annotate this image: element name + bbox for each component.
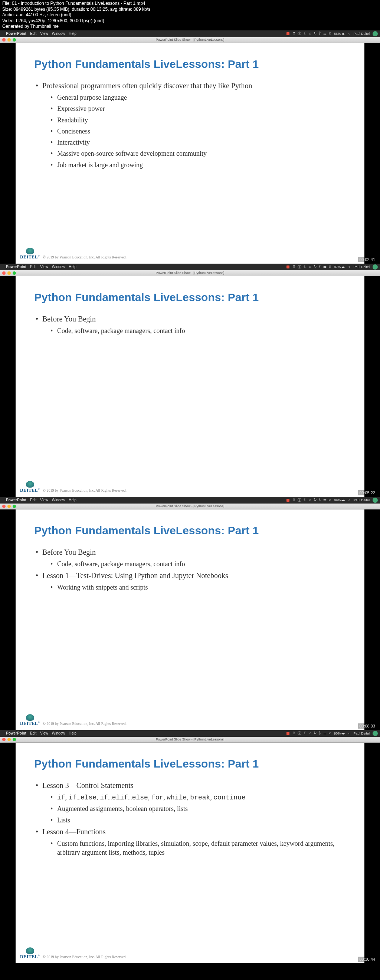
- minimize-window-button[interactable]: [7, 738, 11, 741]
- battery-status[interactable]: 90% ◂▸: [334, 732, 345, 735]
- menu-item-help[interactable]: Help: [69, 498, 77, 502]
- sub-bullet-item: General purpose language: [42, 93, 346, 102]
- menu-item-view[interactable]: View: [40, 32, 48, 36]
- slide-title: Python Fundamentals LiveLessons: Part 1: [34, 291, 346, 304]
- close-window-button[interactable]: [2, 738, 6, 741]
- close-window-button[interactable]: [2, 38, 6, 41]
- display-icon[interactable]: ⎚: [329, 31, 331, 37]
- slide-footer: DEITEL® © 2019 by Pearson Education, Inc…: [20, 714, 126, 726]
- bluetooth-icon[interactable]: ᛒ: [319, 498, 321, 503]
- user-avatar-icon[interactable]: [373, 31, 378, 37]
- search-icon[interactable]: ⌕: [309, 731, 311, 736]
- file-info-size: Size: 89499261 bytes (85.35 MiB), durati…: [2, 7, 378, 13]
- spotlight-icon[interactable]: ○: [348, 731, 350, 735]
- user-avatar-icon[interactable]: [373, 498, 378, 503]
- dropbox-icon[interactable]: ⇪: [292, 31, 295, 37]
- close-window-button[interactable]: [2, 504, 6, 508]
- deitel-bug-icon: [26, 481, 34, 488]
- moon-icon[interactable]: ☾: [303, 31, 307, 37]
- deitel-logo: DEITEL®: [20, 481, 40, 493]
- app-name[interactable]: PowerPoint: [6, 32, 26, 36]
- moon-icon[interactable]: ☾: [303, 264, 307, 270]
- menu-item-view[interactable]: View: [40, 265, 48, 269]
- file-info-audio: Audio: aac, 44100 Hz, stereo (und): [2, 12, 378, 18]
- refresh-icon[interactable]: ↻: [314, 264, 316, 270]
- spotlight-icon[interactable]: ○: [348, 32, 350, 36]
- wifi-icon[interactable]: ⚎: [323, 31, 327, 37]
- menu-item-edit[interactable]: Edit: [30, 498, 37, 502]
- menu-item-window[interactable]: Window: [52, 731, 65, 735]
- dropbox-icon[interactable]: ⇪: [292, 264, 295, 270]
- slide-area: Python Fundamentals LiveLessons: Part 1 …: [0, 743, 380, 963]
- file-info-block: File: 01 - Introduction to Python Fundam…: [0, 0, 380, 30]
- refresh-icon[interactable]: ↻: [314, 498, 316, 503]
- display-icon[interactable]: ⎚: [329, 498, 331, 503]
- minimize-window-button[interactable]: [7, 38, 11, 41]
- sub-bullet-item: Conciseness: [42, 127, 346, 136]
- fullscreen-window-button[interactable]: [13, 738, 16, 741]
- moon-icon[interactable]: ☾: [303, 731, 307, 736]
- copyright-text: © 2019 by Pearson Education, Inc. All Ri…: [43, 488, 126, 492]
- fullscreen-window-button[interactable]: [13, 38, 16, 41]
- refresh-icon[interactable]: ↻: [314, 31, 316, 37]
- wifi-icon[interactable]: ⚎: [323, 264, 327, 270]
- fullscreen-window-button[interactable]: [13, 504, 16, 508]
- menu-item-view[interactable]: View: [40, 731, 48, 735]
- user-avatar-icon[interactable]: [373, 264, 378, 270]
- menu-item-edit[interactable]: Edit: [30, 265, 37, 269]
- info-icon[interactable]: ⓘ: [298, 264, 301, 270]
- menu-item-view[interactable]: View: [40, 498, 48, 502]
- display-icon[interactable]: ⎚: [329, 731, 331, 736]
- search-icon[interactable]: ⌕: [309, 264, 311, 270]
- bluetooth-icon[interactable]: ᛒ: [319, 31, 321, 37]
- menu-item-window[interactable]: Window: [52, 498, 65, 502]
- close-window-button[interactable]: [2, 271, 6, 275]
- app-name[interactable]: PowerPoint: [6, 498, 26, 502]
- search-icon[interactable]: ⌕: [309, 31, 311, 37]
- record-indicator-icon: [286, 499, 289, 502]
- copyright-text: © 2019 by Pearson Education, Inc. All Ri…: [43, 255, 126, 259]
- sub-bullet-item: Interactivity: [42, 138, 346, 147]
- minimize-window-button[interactable]: [7, 504, 11, 508]
- user-name[interactable]: Paul Deitel: [353, 32, 370, 36]
- menu-item-window[interactable]: Window: [52, 32, 65, 36]
- bullet-item: Lesson 4—FunctionsCustom functions, impo…: [34, 827, 346, 857]
- battery-status[interactable]: 87% ◂▸: [334, 265, 345, 269]
- app-name[interactable]: PowerPoint: [6, 265, 26, 269]
- app-name[interactable]: PowerPoint: [6, 731, 26, 735]
- user-name[interactable]: Paul Deitel: [353, 498, 370, 502]
- menu-item-help[interactable]: Help: [69, 32, 77, 36]
- menu-item-window[interactable]: Window: [52, 265, 65, 269]
- menu-item-edit[interactable]: Edit: [30, 731, 37, 735]
- bluetooth-icon[interactable]: ᛒ: [319, 731, 321, 736]
- wifi-icon[interactable]: ⚎: [323, 498, 327, 503]
- fullscreen-window-button[interactable]: [13, 271, 16, 275]
- menu-item-help[interactable]: Help: [69, 265, 77, 269]
- spotlight-icon[interactable]: ○: [348, 265, 350, 269]
- info-icon[interactable]: ⓘ: [298, 31, 301, 37]
- sub-bullet-item: Expressive power: [42, 104, 346, 113]
- dropbox-icon[interactable]: ⇪: [292, 731, 295, 736]
- display-icon[interactable]: ⎚: [329, 264, 331, 270]
- battery-status[interactable]: 89% ◂▸: [334, 498, 345, 502]
- window-title: PowerPoint Slide Show - [PythonLiveLesso…: [156, 271, 225, 275]
- bluetooth-icon[interactable]: ᛒ: [319, 264, 321, 270]
- frame-timestamp: 00:08:03: [358, 724, 376, 729]
- refresh-icon[interactable]: ↻: [314, 731, 316, 736]
- wifi-icon[interactable]: ⚎: [323, 731, 327, 736]
- dropbox-icon[interactable]: ⇪: [292, 498, 295, 503]
- battery-status[interactable]: 86% ◂▸: [334, 32, 345, 36]
- menu-item-help[interactable]: Help: [69, 731, 77, 735]
- user-name[interactable]: Paul Deitel: [353, 265, 370, 269]
- user-name[interactable]: Paul Deitel: [353, 732, 370, 735]
- thumbnail-frame-1: PowerPoint EditViewWindowHelp ⇪ ⓘ ☾ ⌕ ↻ …: [0, 30, 380, 264]
- menu-item-edit[interactable]: Edit: [30, 32, 37, 36]
- info-icon[interactable]: ⓘ: [298, 498, 301, 503]
- user-avatar-icon[interactable]: [373, 731, 378, 736]
- search-icon[interactable]: ⌕: [309, 498, 311, 503]
- slide-title: Python Fundamentals LiveLessons: Part 1: [34, 58, 346, 70]
- info-icon[interactable]: ⓘ: [298, 731, 301, 736]
- minimize-window-button[interactable]: [7, 271, 11, 275]
- spotlight-icon[interactable]: ○: [348, 498, 350, 502]
- moon-icon[interactable]: ☾: [303, 498, 307, 503]
